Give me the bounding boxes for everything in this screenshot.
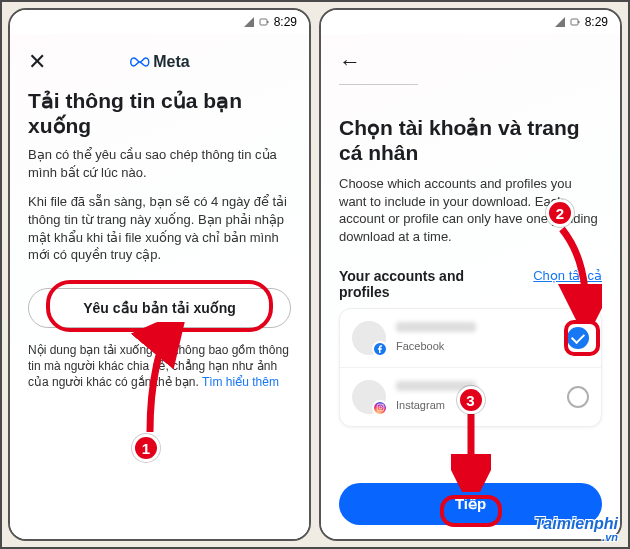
svg-rect-1	[267, 21, 269, 23]
step-badge-2: 2	[546, 199, 574, 227]
account-checkbox-checked[interactable]	[567, 327, 589, 349]
signal-icon	[243, 16, 255, 28]
account-name-blurred	[396, 322, 476, 332]
intro-text: Bạn có thể yêu cầu sao chép thông tin củ…	[28, 146, 291, 181]
svg-point-5	[379, 406, 382, 409]
step-badge-3: 3	[457, 386, 485, 414]
learn-more-link[interactable]: Tìm hiểu thêm	[202, 375, 279, 389]
account-texts: Facebook	[396, 322, 557, 354]
svg-rect-0	[260, 19, 267, 25]
progress-indicator	[339, 84, 418, 85]
facebook-badge-icon	[372, 341, 388, 357]
signal-icon	[554, 16, 566, 28]
close-icon[interactable]: ✕	[28, 49, 46, 75]
tutorial-frame: 8:29 ✕ Meta Tải thông tin của bạn xuống …	[0, 0, 630, 549]
phone-left: 8:29 ✕ Meta Tải thông tin của bạn xuống …	[8, 8, 311, 541]
back-icon[interactable]: ←	[339, 49, 361, 75]
top-bar: ✕ Meta	[28, 44, 291, 80]
screen-download-info: ✕ Meta Tải thông tin của bạn xuống Bạn c…	[10, 34, 309, 539]
account-platform: Instagram	[396, 399, 445, 411]
status-time: 8:29	[585, 15, 608, 29]
request-download-button[interactable]: Yêu cầu bản tải xuống	[28, 288, 291, 328]
account-checkbox-unchecked[interactable]	[567, 386, 589, 408]
account-platform: Facebook	[396, 340, 444, 352]
select-all-link[interactable]: Chọn tất cả	[533, 268, 602, 283]
meta-logo-text: Meta	[153, 53, 189, 71]
screen-choose-accounts: ← Chọn tài khoản và trang cá nhân Choose…	[321, 34, 620, 539]
svg-rect-2	[571, 19, 578, 25]
status-icons	[243, 16, 270, 28]
svg-point-6	[382, 405, 383, 406]
page-title: Chọn tài khoản và trang cá nhân	[339, 115, 602, 165]
svg-rect-3	[578, 21, 580, 23]
account-row-facebook[interactable]: Facebook	[340, 309, 601, 368]
instagram-badge-icon	[372, 400, 388, 416]
watermark: Taimienphi .vn	[534, 515, 618, 543]
phone-right: 8:29 ← Chọn tài khoản và trang cá nhân C…	[319, 8, 622, 541]
status-bar: 8:29	[10, 10, 309, 34]
page-title: Tải thông tin của bạn xuống	[28, 88, 291, 138]
watermark-suffix: .vn	[534, 531, 618, 543]
top-bar: ←	[339, 44, 602, 80]
status-icons	[554, 16, 581, 28]
section-header: Your accounts and profiles Chọn tất cả	[339, 268, 602, 300]
watermark-text: Taimienphi	[534, 515, 618, 532]
avatar	[352, 321, 386, 355]
battery-icon	[258, 16, 270, 28]
avatar	[352, 380, 386, 414]
status-bar: 8:29	[321, 10, 620, 34]
section-label: Your accounts and profiles	[339, 268, 479, 300]
battery-icon	[569, 16, 581, 28]
meta-infinity-icon	[129, 55, 149, 69]
meta-logo: Meta	[129, 53, 189, 71]
status-time: 8:29	[274, 15, 297, 29]
note-text: Nội dung bạn tải xuống sẽ không bao gồm …	[28, 342, 291, 391]
step-badge-1: 1	[132, 434, 160, 462]
detail-text: Khi file đã sẵn sàng, bạn sẽ có 4 ngày đ…	[28, 193, 291, 263]
